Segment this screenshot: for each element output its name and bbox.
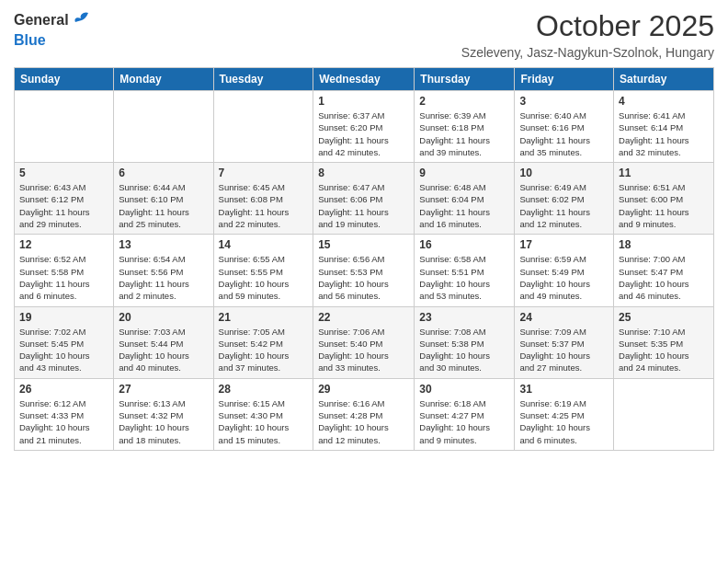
day-number: 10 (519, 167, 609, 179)
day-number: 9 (419, 167, 509, 179)
day-info-line: Sunrise: 6:44 AM (119, 182, 185, 192)
table-row: 5Sunrise: 6:43 AMSunset: 6:12 PMDaylight… (15, 163, 114, 235)
day-info-line: Sunset: 4:25 PM (519, 410, 584, 420)
table-row (114, 91, 213, 163)
day-info-line: and 15 minutes. (219, 435, 281, 445)
table-row: 19Sunrise: 7:02 AMSunset: 5:45 PMDayligh… (15, 306, 114, 378)
day-info-line: Sunrise: 6:45 AM (219, 182, 285, 192)
day-info-line: Sunset: 4:30 PM (219, 410, 283, 420)
table-row: 6Sunrise: 6:44 AMSunset: 6:10 PMDaylight… (114, 163, 213, 235)
day-info-line: Daylight: 11 hours (19, 207, 90, 217)
day-number: 19 (19, 311, 108, 324)
day-info-line: Daylight: 10 hours (619, 350, 689, 361)
day-number: 18 (619, 238, 709, 251)
day-info: Sunrise: 6:49 AMSunset: 6:02 PMDaylight:… (519, 181, 609, 230)
day-info-line: Sunset: 6:12 PM (19, 194, 84, 204)
day-info-line: Daylight: 10 hours (219, 279, 290, 289)
table-row: 17Sunrise: 6:59 AMSunset: 5:49 PMDayligh… (515, 235, 614, 306)
day-info-line: and 9 minutes. (619, 219, 676, 229)
day-number: 26 (19, 383, 108, 396)
day-number: 29 (318, 383, 409, 396)
day-number: 22 (318, 311, 409, 324)
day-info-line: Sunrise: 7:10 AM (619, 327, 685, 337)
day-info-line: and 40 minutes. (119, 362, 181, 373)
day-info: Sunrise: 6:19 AMSunset: 4:25 PMDaylight:… (519, 397, 609, 446)
table-row: 13Sunrise: 6:54 AMSunset: 5:56 PMDayligh… (114, 235, 213, 306)
day-info-line: Daylight: 10 hours (219, 422, 290, 432)
day-info: Sunrise: 6:54 AMSunset: 5:56 PMDaylight:… (119, 253, 208, 302)
header-saturday: Saturday (614, 68, 714, 91)
day-info: Sunrise: 6:13 AMSunset: 4:32 PMDaylight:… (119, 397, 208, 446)
day-info-line: and 59 minutes. (219, 291, 281, 301)
title-section: October 2025 Szeleveny, Jasz-Nagykun-Szo… (461, 9, 714, 60)
day-info-line: Daylight: 10 hours (119, 350, 189, 361)
day-info-line: and 53 minutes. (419, 291, 482, 301)
day-info-line: Sunrise: 6:49 AM (519, 182, 586, 192)
day-info-line: and 30 minutes. (419, 362, 482, 373)
header: General Blue October 2025 Szeleveny, Jas… (14, 9, 714, 60)
month-title: October 2025 (461, 9, 714, 43)
calendar-week-1: 1Sunrise: 6:37 AMSunset: 6:20 PMDaylight… (15, 91, 714, 163)
day-info-line: Daylight: 11 hours (419, 207, 490, 217)
logo-text: General Blue (14, 9, 92, 49)
table-row: 25Sunrise: 7:10 AMSunset: 5:35 PMDayligh… (614, 306, 714, 378)
day-info-line: Daylight: 11 hours (219, 207, 290, 217)
day-number: 2 (419, 95, 509, 108)
day-info-line: and 49 minutes. (519, 291, 582, 301)
day-info-line: Daylight: 11 hours (318, 135, 389, 145)
day-info-line: Sunset: 6:20 PM (318, 122, 382, 132)
logo: General Blue (14, 9, 92, 49)
table-row: 22Sunrise: 7:06 AMSunset: 5:40 PMDayligh… (313, 306, 415, 378)
day-info-line: Sunset: 6:14 PM (619, 122, 683, 132)
day-info-line: and 22 minutes. (219, 219, 281, 229)
day-info-line: and 6 minutes. (519, 435, 576, 445)
day-number: 14 (219, 238, 309, 251)
day-info-line: Daylight: 10 hours (318, 279, 389, 289)
day-info: Sunrise: 6:47 AMSunset: 6:06 PMDaylight:… (318, 181, 409, 230)
table-row: 29Sunrise: 6:16 AMSunset: 4:28 PMDayligh… (313, 378, 415, 450)
day-info-line: Sunset: 6:10 PM (119, 194, 183, 204)
day-info-line: and 19 minutes. (318, 219, 381, 229)
day-info-line: Sunset: 6:02 PM (519, 194, 584, 204)
day-info-line: Sunset: 5:55 PM (219, 267, 283, 277)
day-info-line: Sunrise: 6:12 AM (19, 398, 85, 408)
location: Szeleveny, Jasz-Nagykun-Szolnok, Hungary (461, 45, 714, 60)
table-row: 24Sunrise: 7:09 AMSunset: 5:37 PMDayligh… (515, 306, 614, 378)
day-info: Sunrise: 7:08 AMSunset: 5:38 PMDaylight:… (419, 326, 509, 374)
calendar-table: Sunday Monday Tuesday Wednesday Thursday… (14, 67, 714, 451)
day-info: Sunrise: 6:45 AMSunset: 6:08 PMDaylight:… (219, 181, 309, 230)
table-row: 28Sunrise: 6:15 AMSunset: 4:30 PMDayligh… (213, 378, 313, 450)
day-number: 30 (419, 383, 509, 396)
table-row: 15Sunrise: 6:56 AMSunset: 5:53 PMDayligh… (313, 235, 415, 306)
day-info-line: Sunset: 6:18 PM (419, 122, 483, 132)
day-info-line: and 35 minutes. (519, 147, 582, 157)
day-info-line: Sunrise: 6:43 AM (19, 182, 85, 192)
day-info: Sunrise: 6:56 AMSunset: 5:53 PMDaylight:… (318, 253, 409, 302)
day-info-line: Sunrise: 6:37 AM (318, 110, 384, 121)
day-info: Sunrise: 6:43 AMSunset: 6:12 PMDaylight:… (19, 181, 108, 230)
table-row: 23Sunrise: 7:08 AMSunset: 5:38 PMDayligh… (415, 306, 515, 378)
table-row: 12Sunrise: 6:52 AMSunset: 5:58 PMDayligh… (15, 235, 114, 306)
day-info: Sunrise: 6:16 AMSunset: 4:28 PMDaylight:… (318, 397, 409, 446)
day-info: Sunrise: 6:55 AMSunset: 5:55 PMDaylight:… (219, 253, 309, 302)
day-info-line: Sunset: 5:47 PM (619, 267, 683, 277)
table-row (213, 91, 313, 163)
day-info-line: Sunset: 6:04 PM (419, 194, 483, 204)
day-info-line: and 2 minutes. (119, 291, 176, 301)
day-info-line: and 39 minutes. (419, 147, 482, 157)
day-info: Sunrise: 7:06 AMSunset: 5:40 PMDaylight:… (318, 326, 409, 374)
day-info-line: Sunrise: 6:59 AM (519, 254, 586, 264)
day-info-line: Sunset: 5:38 PM (419, 339, 483, 349)
day-info-line: Sunrise: 6:48 AM (419, 182, 485, 192)
day-number: 23 (419, 311, 509, 324)
day-info-line: Sunset: 5:35 PM (619, 339, 683, 349)
calendar-header-row: Sunday Monday Tuesday Wednesday Thursday… (15, 68, 714, 91)
day-info-line: Sunset: 4:32 PM (119, 410, 183, 420)
day-info-line: Sunset: 4:28 PM (318, 410, 382, 420)
day-info-line: Sunset: 6:08 PM (219, 194, 283, 204)
day-info-line: Sunrise: 6:55 AM (219, 254, 285, 264)
day-info-line: Daylight: 11 hours (119, 279, 189, 289)
day-number: 4 (619, 95, 709, 108)
day-info-line: and 56 minutes. (318, 291, 381, 301)
day-info: Sunrise: 7:05 AMSunset: 5:42 PMDaylight:… (219, 326, 309, 374)
